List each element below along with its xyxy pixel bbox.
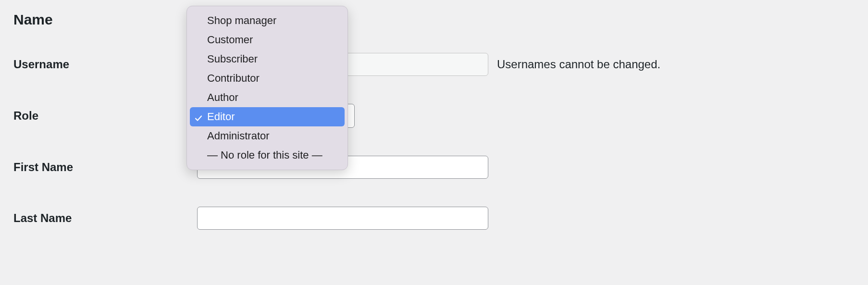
role-option-label: Contributor	[207, 72, 260, 85]
role-option[interactable]: Administrator	[190, 126, 345, 146]
role-option-label: Subscriber	[207, 53, 258, 65]
first-name-row: First Name	[13, 156, 855, 179]
section-heading: Name	[13, 12, 855, 28]
role-option[interactable]: Subscriber	[190, 50, 345, 69]
first-name-label: First Name	[13, 161, 197, 174]
username-description: Usernames cannot be changed.	[497, 58, 660, 71]
role-option[interactable]: Shop manager	[190, 11, 345, 30]
username-label: Username	[13, 58, 197, 71]
role-option-label: Customer	[207, 34, 253, 46]
last-name-input[interactable]	[197, 207, 488, 230]
role-option[interactable]: Contributor	[190, 69, 345, 88]
role-option-label: — No role for this site —	[207, 149, 322, 161]
username-row: Username Usernames cannot be changed.	[13, 53, 855, 76]
role-label: Role	[13, 109, 197, 123]
role-option[interactable]: Author	[190, 88, 345, 107]
role-option[interactable]: Editor	[190, 107, 345, 126]
role-option-label: Editor	[207, 111, 235, 123]
check-icon	[195, 112, 203, 121]
user-name-section: Name Username Usernames cannot be change…	[0, 0, 868, 269]
role-option-label: Shop manager	[207, 14, 276, 27]
role-option-label: Author	[207, 91, 238, 104]
last-name-row: Last Name	[13, 207, 855, 230]
role-row: Role Editor	[13, 104, 855, 128]
role-option-label: Administrator	[207, 130, 270, 142]
role-dropdown[interactable]: Shop managerCustomerSubscriberContributo…	[186, 6, 348, 170]
role-option[interactable]: Customer	[190, 30, 345, 50]
last-name-label: Last Name	[13, 211, 197, 225]
role-option[interactable]: — No role for this site —	[190, 146, 345, 165]
last-name-field-wrap	[197, 207, 488, 230]
